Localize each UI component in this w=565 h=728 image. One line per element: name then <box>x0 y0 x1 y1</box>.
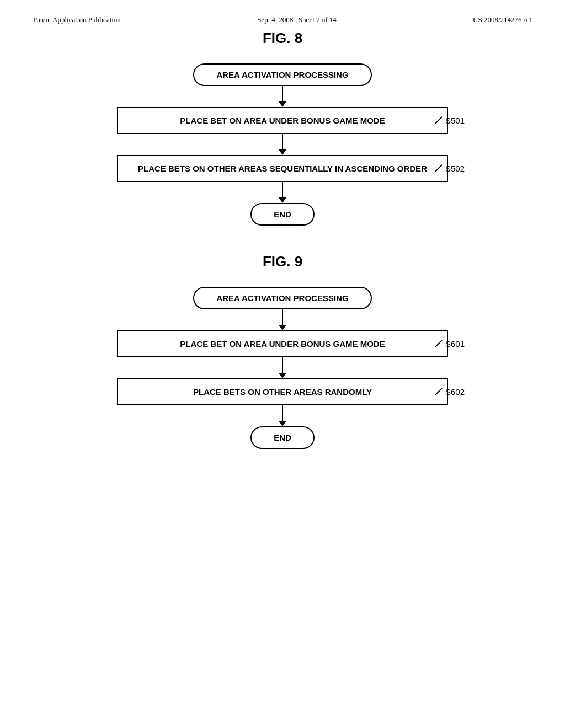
fig9-s601-label: S601 <box>433 339 465 349</box>
header-center: Sep. 4, 2008 Sheet 7 of 14 <box>257 15 337 24</box>
fig9-s602-label: S602 <box>433 387 465 397</box>
fig8-s501-label: S501 <box>433 116 465 126</box>
fig9-title: FIG. 9 <box>263 253 302 270</box>
fig8-arrow-1 <box>279 86 286 107</box>
svg-line-2 <box>435 340 442 347</box>
fig9-arrow-1 <box>279 309 286 330</box>
fig8-s502-row: PLACE BETS ON OTHER AREAS SEQUENTIALLY I… <box>89 155 476 182</box>
fig8-start-node: AREA ACTIVATION PROCESSING <box>193 63 371 86</box>
page-header: Patent Application Publication Sep. 4, 2… <box>0 0 565 24</box>
fig8-section: FIG. 8 AREA ACTIVATION PROCESSING PLACE … <box>0 30 565 226</box>
fig9-start-node: AREA ACTIVATION PROCESSING <box>193 287 371 309</box>
header-left: Patent Application Publication <box>33 15 121 24</box>
fig9-s601-node: PLACE BET ON AREA UNDER BONUS GAME MODE <box>117 330 448 357</box>
svg-line-1 <box>435 165 442 172</box>
fig9-s602-row: PLACE BETS ON OTHER AREAS RANDOMLY S602 <box>89 378 476 405</box>
fig9-s602-node: PLACE BETS ON OTHER AREAS RANDOMLY <box>117 378 448 405</box>
fig9-arrow-3 <box>279 405 286 426</box>
fig8-s501-node: PLACE BET ON AREA UNDER BONUS GAME MODE <box>117 107 448 134</box>
fig9-section: FIG. 9 AREA ACTIVATION PROCESSING PLACE … <box>0 253 565 449</box>
svg-line-3 <box>435 388 442 395</box>
fig9-end-node: END <box>250 426 315 449</box>
fig8-flowchart: AREA ACTIVATION PROCESSING PLACE BET ON … <box>89 63 476 226</box>
fig8-arrow-3 <box>279 182 286 203</box>
fig8-s501-row: PLACE BET ON AREA UNDER BONUS GAME MODE … <box>89 107 476 134</box>
fig8-title: FIG. 8 <box>263 30 302 47</box>
fig8-arrow-2 <box>279 134 286 155</box>
header-right: US 2008/214276 A1 <box>473 15 532 24</box>
fig9-s601-row: PLACE BET ON AREA UNDER BONUS GAME MODE … <box>89 330 476 357</box>
svg-line-0 <box>435 117 442 124</box>
fig8-s502-label: S502 <box>433 164 465 174</box>
fig8-s502-node: PLACE BETS ON OTHER AREAS SEQUENTIALLY I… <box>117 155 448 182</box>
fig9-flowchart: AREA ACTIVATION PROCESSING PLACE BET ON … <box>89 287 476 449</box>
fig8-end-node: END <box>250 203 315 226</box>
fig9-arrow-2 <box>279 357 286 378</box>
